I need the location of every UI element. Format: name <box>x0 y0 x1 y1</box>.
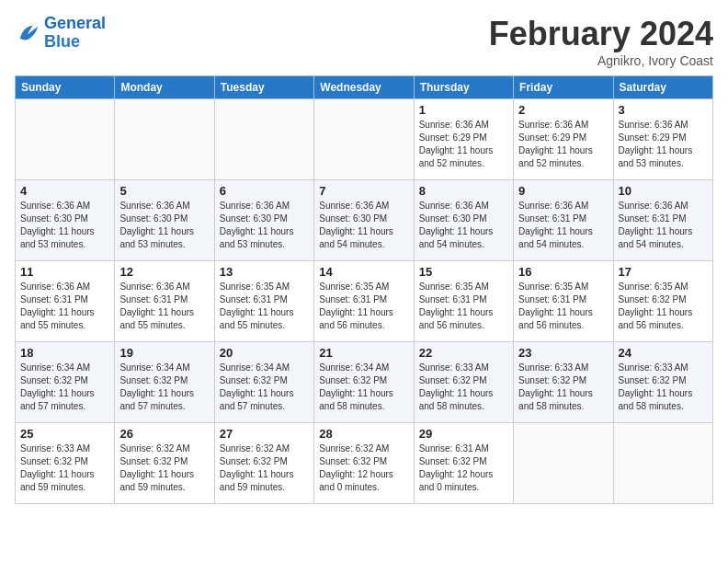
calendar-day-cell: 19Sunrise: 6:34 AMSunset: 6:32 PMDayligh… <box>115 342 214 423</box>
calendar-week-row: 1Sunrise: 6:36 AMSunset: 6:29 PMDaylight… <box>16 99 713 180</box>
day-info: Sunrise: 6:36 AMSunset: 6:31 PMDaylight:… <box>20 281 109 332</box>
day-info: Sunrise: 6:32 AMSunset: 6:32 PMDaylight:… <box>319 442 408 494</box>
location-subtitle: Agnikro, Ivory Coast <box>489 53 713 68</box>
calendar-day-cell: 24Sunrise: 6:33 AMSunset: 6:32 PMDayligh… <box>613 342 712 423</box>
calendar-day-cell <box>514 423 613 504</box>
calendar-day-cell: 22Sunrise: 6:33 AMSunset: 6:32 PMDayligh… <box>414 342 513 423</box>
calendar-day-cell: 12Sunrise: 6:36 AMSunset: 6:31 PMDayligh… <box>115 261 214 342</box>
day-number: 25 <box>20 427 109 441</box>
day-number: 17 <box>619 265 708 279</box>
day-info: Sunrise: 6:35 AMSunset: 6:31 PMDaylight:… <box>319 281 408 332</box>
day-info: Sunrise: 6:36 AMSunset: 6:31 PMDaylight:… <box>119 281 209 332</box>
day-info: Sunrise: 6:36 AMSunset: 6:30 PMDaylight:… <box>419 200 508 251</box>
day-number: 20 <box>220 346 309 360</box>
calendar-day-cell: 2Sunrise: 6:36 AMSunset: 6:29 PMDaylight… <box>514 99 613 180</box>
day-info: Sunrise: 6:34 AMSunset: 6:32 PMDaylight:… <box>319 362 408 413</box>
day-info: Sunrise: 6:36 AMSunset: 6:29 PMDaylight:… <box>419 119 508 170</box>
calendar-week-row: 4Sunrise: 6:36 AMSunset: 6:30 PMDaylight… <box>16 180 713 261</box>
calendar-day-cell: 29Sunrise: 6:31 AMSunset: 6:32 PMDayligh… <box>414 423 513 504</box>
day-number: 26 <box>119 427 209 441</box>
calendar-day-cell: 20Sunrise: 6:34 AMSunset: 6:32 PMDayligh… <box>214 342 313 423</box>
calendar-day-cell: 8Sunrise: 6:36 AMSunset: 6:30 PMDaylight… <box>414 180 513 261</box>
day-info: Sunrise: 6:36 AMSunset: 6:30 PMDaylight:… <box>20 200 109 251</box>
day-number: 10 <box>619 184 708 198</box>
day-number: 14 <box>319 265 408 279</box>
calendar-day-cell: 7Sunrise: 6:36 AMSunset: 6:30 PMDaylight… <box>314 180 414 261</box>
day-number: 18 <box>20 346 109 360</box>
day-info: Sunrise: 6:36 AMSunset: 6:31 PMDaylight:… <box>619 200 708 251</box>
calendar-day-cell <box>613 423 712 504</box>
title-block: February 2024 Agnikro, Ivory Coast <box>489 15 713 68</box>
calendar-day-cell: 27Sunrise: 6:32 AMSunset: 6:32 PMDayligh… <box>214 423 313 504</box>
calendar-day-cell <box>115 99 214 180</box>
calendar-day-cell: 13Sunrise: 6:35 AMSunset: 6:31 PMDayligh… <box>214 261 313 342</box>
day-info: Sunrise: 6:36 AMSunset: 6:29 PMDaylight:… <box>619 119 708 170</box>
weekday-header: Wednesday <box>314 76 414 99</box>
day-number: 28 <box>319 427 408 441</box>
day-info: Sunrise: 6:33 AMSunset: 6:32 PMDaylight:… <box>20 442 109 494</box>
day-info: Sunrise: 6:35 AMSunset: 6:31 PMDaylight:… <box>518 281 608 332</box>
day-number: 13 <box>220 265 309 279</box>
day-info: Sunrise: 6:34 AMSunset: 6:32 PMDaylight:… <box>20 362 109 413</box>
day-info: Sunrise: 6:36 AMSunset: 6:30 PMDaylight:… <box>220 200 309 251</box>
calendar-day-cell <box>16 99 115 180</box>
day-info: Sunrise: 6:33 AMSunset: 6:32 PMDaylight:… <box>518 362 608 413</box>
logo-text: General Blue <box>44 15 106 52</box>
calendar-day-cell: 14Sunrise: 6:35 AMSunset: 6:31 PMDayligh… <box>314 261 414 342</box>
day-info: Sunrise: 6:33 AMSunset: 6:32 PMDaylight:… <box>619 362 708 413</box>
day-number: 15 <box>419 265 508 279</box>
day-number: 21 <box>319 346 408 360</box>
weekday-header: Thursday <box>414 76 513 99</box>
calendar-day-cell: 28Sunrise: 6:32 AMSunset: 6:32 PMDayligh… <box>314 423 414 504</box>
day-info: Sunrise: 6:34 AMSunset: 6:32 PMDaylight:… <box>220 362 309 413</box>
page-header: General Blue February 2024 Agnikro, Ivor… <box>15 15 713 68</box>
weekday-header: Friday <box>514 76 613 99</box>
day-info: Sunrise: 6:31 AMSunset: 6:32 PMDaylight:… <box>419 442 508 494</box>
day-info: Sunrise: 6:33 AMSunset: 6:32 PMDaylight:… <box>419 362 508 413</box>
day-number: 22 <box>419 346 508 360</box>
day-number: 27 <box>220 427 309 441</box>
calendar-day-cell: 25Sunrise: 6:33 AMSunset: 6:32 PMDayligh… <box>16 423 115 504</box>
month-title: February 2024 <box>489 15 713 53</box>
calendar-week-row: 18Sunrise: 6:34 AMSunset: 6:32 PMDayligh… <box>16 342 713 423</box>
calendar-day-cell: 21Sunrise: 6:34 AMSunset: 6:32 PMDayligh… <box>314 342 414 423</box>
calendar-day-cell: 3Sunrise: 6:36 AMSunset: 6:29 PMDaylight… <box>613 99 712 180</box>
calendar-day-cell: 1Sunrise: 6:36 AMSunset: 6:29 PMDaylight… <box>414 99 513 180</box>
calendar-week-row: 25Sunrise: 6:33 AMSunset: 6:32 PMDayligh… <box>16 423 713 504</box>
day-info: Sunrise: 6:35 AMSunset: 6:31 PMDaylight:… <box>220 281 309 332</box>
day-number: 4 <box>20 184 109 198</box>
weekday-header: Sunday <box>16 76 115 99</box>
calendar-day-cell: 10Sunrise: 6:36 AMSunset: 6:31 PMDayligh… <box>613 180 712 261</box>
calendar-day-cell: 23Sunrise: 6:33 AMSunset: 6:32 PMDayligh… <box>514 342 613 423</box>
logo-icon <box>15 20 40 46</box>
weekday-header: Monday <box>115 76 214 99</box>
day-number: 8 <box>419 184 508 198</box>
day-number: 2 <box>518 103 608 117</box>
day-number: 12 <box>119 265 209 279</box>
day-info: Sunrise: 6:32 AMSunset: 6:32 PMDaylight:… <box>220 442 309 494</box>
logo: General Blue <box>15 15 106 52</box>
day-number: 23 <box>518 346 608 360</box>
day-info: Sunrise: 6:35 AMSunset: 6:32 PMDaylight:… <box>619 281 708 332</box>
weekday-header: Saturday <box>613 76 712 99</box>
calendar-week-row: 11Sunrise: 6:36 AMSunset: 6:31 PMDayligh… <box>16 261 713 342</box>
day-number: 29 <box>419 427 508 441</box>
calendar-day-cell: 6Sunrise: 6:36 AMSunset: 6:30 PMDaylight… <box>214 180 313 261</box>
day-info: Sunrise: 6:34 AMSunset: 6:32 PMDaylight:… <box>119 362 209 413</box>
day-info: Sunrise: 6:36 AMSunset: 6:29 PMDaylight:… <box>518 119 608 170</box>
day-number: 24 <box>619 346 708 360</box>
day-number: 9 <box>518 184 608 198</box>
calendar-day-cell <box>214 99 313 180</box>
calendar-day-cell: 15Sunrise: 6:35 AMSunset: 6:31 PMDayligh… <box>414 261 513 342</box>
calendar-table: SundayMondayTuesdayWednesdayThursdayFrid… <box>15 75 713 504</box>
calendar-day-cell: 18Sunrise: 6:34 AMSunset: 6:32 PMDayligh… <box>16 342 115 423</box>
day-info: Sunrise: 6:36 AMSunset: 6:31 PMDaylight:… <box>518 200 608 251</box>
calendar-day-cell: 11Sunrise: 6:36 AMSunset: 6:31 PMDayligh… <box>16 261 115 342</box>
calendar-day-cell: 9Sunrise: 6:36 AMSunset: 6:31 PMDaylight… <box>514 180 613 261</box>
calendar-day-cell: 16Sunrise: 6:35 AMSunset: 6:31 PMDayligh… <box>514 261 613 342</box>
calendar-day-cell: 5Sunrise: 6:36 AMSunset: 6:30 PMDaylight… <box>115 180 214 261</box>
weekday-header: Tuesday <box>214 76 313 99</box>
day-number: 1 <box>419 103 508 117</box>
day-info: Sunrise: 6:35 AMSunset: 6:31 PMDaylight:… <box>419 281 508 332</box>
day-info: Sunrise: 6:36 AMSunset: 6:30 PMDaylight:… <box>119 200 209 251</box>
